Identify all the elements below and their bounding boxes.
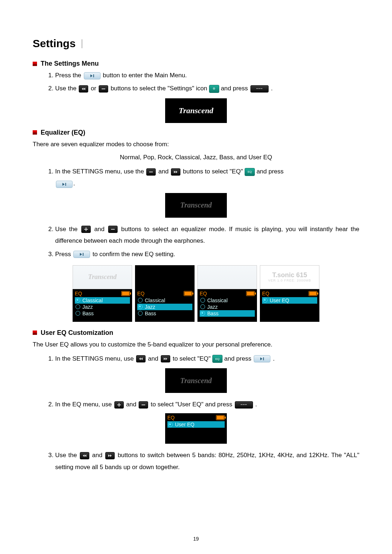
rewind-button-icon [79,85,88,93]
eq-step-1: In the SETTINGS menu, use the and button… [55,166,359,189]
eq-panel-body: EQ Classical Jazz Bass [197,289,257,322]
bullet-icon [33,331,37,335]
eq-app-icon: EQ [245,168,255,176]
eq-label: EQ [137,291,144,296]
eq-step-3: Press to confirm the new EQ setting. [55,249,359,260]
forward-button-icon [161,355,170,362]
eq-option-classical: Classical [75,297,130,304]
text: buttons to select the "Settings" icon [111,85,209,92]
eq-panel-4: T.sonic 615VER 1.0 FREE: 2000MB EQ User … [260,265,319,322]
text: and [158,168,170,175]
bullet-icon [33,130,37,135]
title-text: Settings [33,37,75,49]
text: and [148,355,160,362]
battery-icon [216,415,225,420]
text: . [273,355,275,362]
text: . [255,401,257,408]
eq-panel-3: EQ Classical Jazz Bass [197,265,257,322]
eq-option-jazz: Jazz [137,304,192,310]
battery-icon [121,291,130,296]
text: buttons to select "EQ" [183,168,245,175]
lcd-transcend-3: Transcend [165,368,227,393]
minus-button-icon [146,168,156,176]
eq-option-classical: Classical [137,297,192,304]
text: and [92,452,105,459]
text: to select "EQ" [173,355,212,362]
text: Use the [55,85,78,92]
text: or [91,85,98,92]
text: and press [224,355,253,362]
lcd-text: Transcend [180,377,212,385]
eq-panel-1: Transcend EQ Classical Jazz Bass [73,265,132,322]
play-pause-button-icon [84,72,101,79]
usereq-intro: The User EQ allows you to customize the … [33,340,359,350]
settings-app-icon: ⚙ [209,85,219,93]
tsonic-title: T.sonic 615 [272,271,307,279]
rewind-button-icon [136,355,146,362]
section-settings-menu: The Settings Menu [33,60,359,67]
battery-icon [184,291,192,296]
text: and [94,226,107,233]
page-title: Settings︳ [33,36,359,51]
play-pause-button-icon [56,181,73,188]
section-user-eq: User EQ Customization [33,329,359,337]
enter-button-icon: ━━━ [235,401,253,409]
section-heading: Equalizer (EQ) [41,129,85,136]
text: Use the [55,452,79,459]
eq-panel-top [197,265,257,289]
text: Press the [55,72,83,79]
play-pause-button-icon [254,355,270,362]
eq-option-bass: Bass [200,310,255,317]
step-1: Press the button to enter the Main Menu. [55,70,359,81]
eq-app-icon: EQ [212,355,222,363]
text: In the SETTINGS menu, use [55,355,135,362]
text: In the SETTINGS menu, use the [55,168,146,175]
eq-panel-top [135,265,195,289]
enter-button-icon: ━━━ [250,85,269,93]
usereq-lcd-panel: EQ User EQ [165,413,227,444]
eq-steps-cont: Use the and buttons to select an equaliz… [47,223,359,260]
text: button to enter the Main Menu. [103,72,187,79]
text: and press [257,168,284,175]
eq-step-2: Use the and buttons to select an equaliz… [55,223,359,247]
text: Press [55,251,73,258]
usereq-steps: In the SETTINGS menu, use and to select … [47,353,359,365]
text: . [271,85,273,92]
usereq-step-3: Use the and buttons to switch between 5 … [55,450,359,473]
text: and press [221,85,249,92]
eq-option-bass: Bass [75,310,130,317]
minus-button-icon [139,401,148,409]
battery-icon [309,291,317,296]
eq-option-jazz: Jazz [200,304,255,310]
rewind-button-icon [80,452,89,459]
lcd-transcend-2: Transcend [165,193,227,218]
eq-option-classical: Classical [200,297,255,304]
minus-button-icon [108,226,118,233]
usereq-step-2: In the EQ menu, use and to select "User … [55,399,359,410]
forward-button-icon [171,168,180,176]
eq-panel-body: EQ Classical Jazz Bass [135,289,195,322]
lcd-text: Transcend [179,106,213,115]
section-heading: The Settings Menu [41,60,99,67]
eq-panel-top: Transcend [73,265,132,289]
eq-panel-2: EQ Classical Jazz Bass [135,265,195,322]
text: to confirm the new EQ setting. [93,251,175,258]
eq-panel-body: EQ User EQ [260,289,319,322]
text: to select "User EQ" and press [151,401,234,408]
eq-label: EQ [167,415,175,420]
eq-option-jazz: Jazz [75,304,130,310]
eq-label: EQ [262,291,269,296]
eq-panel-body: EQ Classical Jazz Bass [73,289,132,322]
play-pause-button-icon [73,251,90,258]
text: and [126,401,138,408]
forward-button-icon [105,452,115,459]
lcd-transcend-1: Transcend [165,98,227,123]
eq-steps: In the SETTINGS menu, use the and button… [47,166,359,189]
text: Use the [55,226,81,233]
eq-label: EQ [75,291,82,296]
lcd-text: Transcend [180,201,212,209]
section-equalizer: Equalizer (EQ) [33,129,359,136]
eq-modes: Normal, Pop, Rock, Classical, Jazz, Bass… [33,152,359,163]
usereq-step-1: In the SETTINGS menu, use and to select … [55,353,359,365]
text: In the EQ menu, use [55,401,114,408]
